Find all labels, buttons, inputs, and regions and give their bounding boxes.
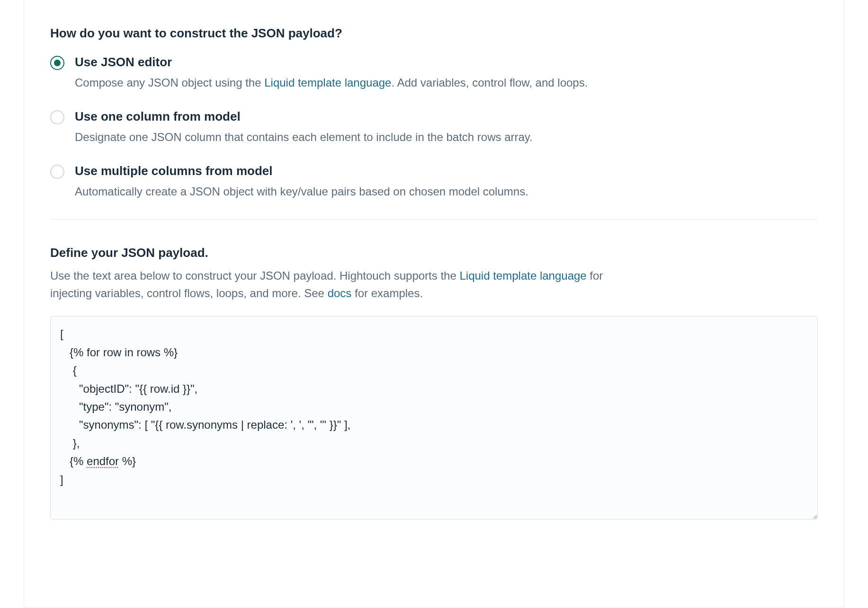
liquid-template-link[interactable]: Liquid template language	[264, 76, 391, 89]
radio-desc-multiple-columns: Automatically create a JSON object with …	[75, 183, 818, 200]
section-divider	[50, 219, 818, 220]
desc-text: Use the text area below to construct you…	[50, 269, 459, 282]
radio-option-one-column[interactable]: Use one column from model Designate one …	[50, 109, 818, 146]
radio-button-multiple-columns[interactable]	[50, 165, 64, 179]
payload-mode-radio-group: Use JSON editor Compose any JSON object …	[50, 55, 818, 200]
json-payload-editor[interactable]: [ {% for row in rows %} { "objectID": "{…	[50, 316, 818, 520]
desc-text: for examples.	[351, 287, 423, 300]
radio-button-one-column[interactable]	[50, 110, 64, 124]
radio-label-json-editor[interactable]: Use JSON editor	[75, 55, 818, 70]
radio-option-json-editor[interactable]: Use JSON editor Compose any JSON object …	[50, 55, 818, 91]
desc-text: Compose any JSON object using the	[75, 76, 264, 89]
radio-button-json-editor[interactable]	[50, 56, 64, 70]
liquid-template-language-link[interactable]: Liquid template language	[459, 269, 586, 282]
radio-label-one-column[interactable]: Use one column from model	[75, 109, 818, 124]
define-description: Use the text area below to construct you…	[50, 267, 633, 302]
construct-heading: How do you want to construct the JSON pa…	[50, 26, 818, 41]
config-panel: How do you want to construct the JSON pa…	[24, 0, 844, 608]
docs-link[interactable]: docs	[328, 287, 352, 300]
desc-text: . Add variables, control flow, and loops…	[391, 76, 588, 89]
radio-option-multiple-columns[interactable]: Use multiple columns from model Automati…	[50, 164, 818, 200]
define-heading: Define your JSON payload.	[50, 246, 818, 260]
radio-desc-one-column: Designate one JSON column that contains …	[75, 129, 818, 146]
radio-label-multiple-columns[interactable]: Use multiple columns from model	[75, 164, 818, 178]
radio-desc-json-editor: Compose any JSON object using the Liquid…	[75, 74, 818, 91]
